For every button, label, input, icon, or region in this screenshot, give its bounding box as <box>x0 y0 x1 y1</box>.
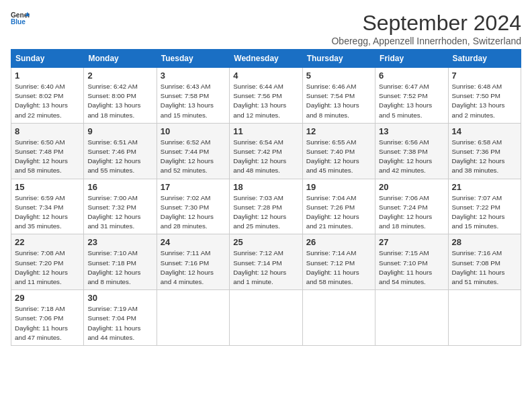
day-number: 26 <box>306 237 371 247</box>
day-info: Sunrise: 7:19 AM Sunset: 7:04 PM Dayligh… <box>87 304 152 342</box>
calendar-cell: 9 Sunrise: 6:51 AM Sunset: 7:46 PM Dayli… <box>84 123 157 179</box>
weekday-header-row: SundayMondayTuesdayWednesdayThursdayFrid… <box>11 50 521 68</box>
day-info: Sunrise: 6:54 AM Sunset: 7:42 PM Dayligh… <box>233 138 298 176</box>
calendar-subtitle: Oberegg, Appenzell Innerrhoden, Switzerl… <box>331 36 521 46</box>
calendar-cell: 21 Sunrise: 7:07 AM Sunset: 7:22 PM Dayl… <box>448 179 521 234</box>
svg-text:Blue: Blue <box>11 18 26 26</box>
day-info: Sunrise: 7:00 AM Sunset: 7:32 PM Dayligh… <box>87 193 152 232</box>
weekday-header-monday: Monday <box>84 50 157 68</box>
calendar-cell: 23 Sunrise: 7:10 AM Sunset: 7:18 PM Dayl… <box>84 234 157 290</box>
weekday-header-saturday: Saturday <box>448 50 521 68</box>
weekday-header-sunday: Sunday <box>11 50 84 68</box>
header: General Blue September 2024 Oberegg, App… <box>11 11 521 46</box>
day-number: 20 <box>379 182 444 192</box>
day-info: Sunrise: 6:42 AM Sunset: 8:00 PM Dayligh… <box>87 82 152 120</box>
day-number: 18 <box>233 182 298 192</box>
weekday-header-wednesday: Wednesday <box>230 50 302 68</box>
day-info: Sunrise: 6:59 AM Sunset: 7:34 PM Dayligh… <box>15 193 80 232</box>
day-info: Sunrise: 7:08 AM Sunset: 7:20 PM Dayligh… <box>15 248 80 287</box>
day-number: 15 <box>15 182 80 192</box>
day-info: Sunrise: 6:51 AM Sunset: 7:46 PM Dayligh… <box>87 138 152 176</box>
day-info: Sunrise: 6:47 AM Sunset: 7:52 PM Dayligh… <box>379 82 444 120</box>
day-number: 22 <box>15 237 80 247</box>
calendar-title: September 2024 <box>331 11 521 36</box>
day-number: 12 <box>306 126 371 136</box>
day-info: Sunrise: 7:16 AM Sunset: 7:08 PM Dayligh… <box>452 248 517 287</box>
calendar-cell: 18 Sunrise: 7:03 AM Sunset: 7:28 PM Dayl… <box>230 179 302 234</box>
calendar-cell: 20 Sunrise: 7:06 AM Sunset: 7:24 PM Dayl… <box>375 179 448 234</box>
day-number: 6 <box>379 71 444 81</box>
day-number: 10 <box>161 126 226 136</box>
title-area: September 2024 Oberegg, Appenzell Innerr… <box>331 11 521 46</box>
calendar-week-row: 29 Sunrise: 7:18 AM Sunset: 7:06 PM Dayl… <box>11 290 521 346</box>
calendar-cell: 26 Sunrise: 7:14 AM Sunset: 7:12 PM Dayl… <box>302 234 375 290</box>
calendar-week-row: 1 Sunrise: 6:40 AM Sunset: 8:02 PM Dayli… <box>11 68 521 124</box>
calendar-cell: 7 Sunrise: 6:48 AM Sunset: 7:50 PM Dayli… <box>448 68 521 124</box>
day-info: Sunrise: 7:10 AM Sunset: 7:18 PM Dayligh… <box>87 248 152 287</box>
day-info: Sunrise: 6:55 AM Sunset: 7:40 PM Dayligh… <box>306 138 371 176</box>
weekday-header-thursday: Thursday <box>302 50 375 68</box>
day-number: 17 <box>161 182 226 192</box>
day-number: 2 <box>87 71 152 81</box>
day-info: Sunrise: 6:58 AM Sunset: 7:36 PM Dayligh… <box>452 138 517 176</box>
day-info: Sunrise: 6:43 AM Sunset: 7:58 PM Dayligh… <box>161 82 226 120</box>
calendar-cell: 15 Sunrise: 6:59 AM Sunset: 7:34 PM Dayl… <box>11 179 84 234</box>
calendar-cell: 4 Sunrise: 6:44 AM Sunset: 7:56 PM Dayli… <box>230 68 302 124</box>
day-number: 4 <box>233 71 298 81</box>
day-info: Sunrise: 6:44 AM Sunset: 7:56 PM Dayligh… <box>233 82 298 120</box>
day-number: 23 <box>87 237 152 247</box>
day-info: Sunrise: 7:11 AM Sunset: 7:16 PM Dayligh… <box>161 248 226 287</box>
calendar-cell <box>157 290 229 346</box>
weekday-header-tuesday: Tuesday <box>157 50 229 68</box>
calendar-cell: 2 Sunrise: 6:42 AM Sunset: 8:00 PM Dayli… <box>84 68 157 124</box>
calendar-cell <box>375 290 448 346</box>
day-number: 16 <box>87 182 152 192</box>
calendar-cell <box>230 290 302 346</box>
day-number: 9 <box>87 126 152 136</box>
day-number: 14 <box>452 126 517 136</box>
day-number: 19 <box>306 182 371 192</box>
day-info: Sunrise: 6:40 AM Sunset: 8:02 PM Dayligh… <box>15 82 80 120</box>
day-number: 11 <box>233 126 298 136</box>
day-info: Sunrise: 7:03 AM Sunset: 7:28 PM Dayligh… <box>233 193 298 232</box>
calendar-cell <box>302 290 375 346</box>
calendar-cell: 13 Sunrise: 6:56 AM Sunset: 7:38 PM Dayl… <box>375 123 448 179</box>
day-info: Sunrise: 6:52 AM Sunset: 7:44 PM Dayligh… <box>161 138 226 176</box>
day-number: 29 <box>15 293 80 303</box>
logo-icon: General Blue <box>11 11 30 26</box>
weekday-header-friday: Friday <box>375 50 448 68</box>
calendar-cell: 12 Sunrise: 6:55 AM Sunset: 7:40 PM Dayl… <box>302 123 375 179</box>
calendar-cell: 17 Sunrise: 7:02 AM Sunset: 7:30 PM Dayl… <box>157 179 229 234</box>
calendar-cell: 24 Sunrise: 7:11 AM Sunset: 7:16 PM Dayl… <box>157 234 229 290</box>
day-number: 25 <box>233 237 298 247</box>
day-number: 7 <box>452 71 517 81</box>
day-info: Sunrise: 7:15 AM Sunset: 7:10 PM Dayligh… <box>379 248 444 287</box>
calendar-week-row: 15 Sunrise: 6:59 AM Sunset: 7:34 PM Dayl… <box>11 179 521 234</box>
calendar-cell: 10 Sunrise: 6:52 AM Sunset: 7:44 PM Dayl… <box>157 123 229 179</box>
day-number: 13 <box>379 126 444 136</box>
day-info: Sunrise: 7:12 AM Sunset: 7:14 PM Dayligh… <box>233 248 298 287</box>
calendar-cell: 30 Sunrise: 7:19 AM Sunset: 7:04 PM Dayl… <box>84 290 157 346</box>
calendar-cell <box>448 290 521 346</box>
day-number: 8 <box>15 126 80 136</box>
day-number: 27 <box>379 237 444 247</box>
day-info: Sunrise: 7:07 AM Sunset: 7:22 PM Dayligh… <box>452 193 517 232</box>
day-number: 28 <box>452 237 517 247</box>
day-number: 1 <box>15 71 80 81</box>
day-info: Sunrise: 7:18 AM Sunset: 7:06 PM Dayligh… <box>15 304 80 342</box>
calendar-cell: 19 Sunrise: 7:04 AM Sunset: 7:26 PM Dayl… <box>302 179 375 234</box>
day-info: Sunrise: 7:02 AM Sunset: 7:30 PM Dayligh… <box>161 193 226 232</box>
day-number: 24 <box>161 237 226 247</box>
calendar-cell: 11 Sunrise: 6:54 AM Sunset: 7:42 PM Dayl… <box>230 123 302 179</box>
day-number: 5 <box>306 71 371 81</box>
day-number: 3 <box>161 71 226 81</box>
calendar-cell: 5 Sunrise: 6:46 AM Sunset: 7:54 PM Dayli… <box>302 68 375 124</box>
calendar-cell: 28 Sunrise: 7:16 AM Sunset: 7:08 PM Dayl… <box>448 234 521 290</box>
day-info: Sunrise: 7:04 AM Sunset: 7:26 PM Dayligh… <box>306 193 371 232</box>
calendar-week-row: 22 Sunrise: 7:08 AM Sunset: 7:20 PM Dayl… <box>11 234 521 290</box>
day-info: Sunrise: 6:56 AM Sunset: 7:38 PM Dayligh… <box>379 138 444 176</box>
calendar-cell: 29 Sunrise: 7:18 AM Sunset: 7:06 PM Dayl… <box>11 290 84 346</box>
day-info: Sunrise: 7:14 AM Sunset: 7:12 PM Dayligh… <box>306 248 371 287</box>
day-info: Sunrise: 6:50 AM Sunset: 7:48 PM Dayligh… <box>15 138 80 176</box>
day-number: 30 <box>87 293 152 303</box>
